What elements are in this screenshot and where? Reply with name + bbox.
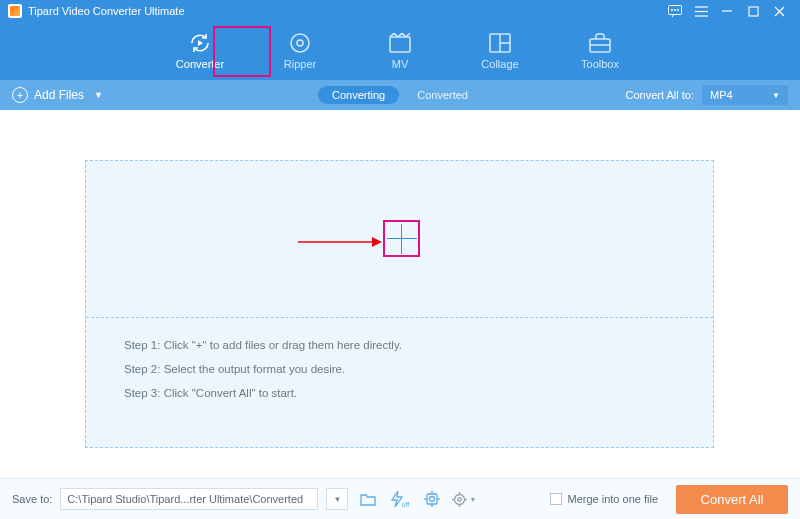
svg-point-13: [297, 40, 303, 46]
divider: [86, 317, 713, 318]
svg-point-29: [455, 494, 465, 504]
tab-ripper[interactable]: Ripper: [269, 26, 331, 70]
drop-zone[interactable]: Step 1: Click "+" to add files or drag t…: [85, 160, 714, 448]
svg-rect-14: [390, 37, 410, 52]
svg-marker-21: [372, 237, 382, 247]
svg-point-2: [674, 9, 675, 10]
plus-icon: [387, 224, 417, 254]
save-to-label: Save to:: [12, 493, 52, 505]
path-dropdown-button[interactable]: ▼: [326, 488, 348, 510]
format-value: MP4: [710, 89, 733, 101]
tab-label: Toolbox: [581, 58, 619, 70]
save-path-input[interactable]: C:\Tipard Studio\Tipard...rter Ultimate\…: [60, 488, 318, 510]
app-logo-icon: [8, 4, 22, 18]
step-1-text: Step 1: Click "+" to add files or drag t…: [124, 333, 402, 357]
add-files-label: Add Files: [34, 88, 84, 102]
menu-icon[interactable]: [688, 0, 714, 22]
instructions: Step 1: Click "+" to add files or drag t…: [124, 333, 402, 405]
tab-converting[interactable]: Converting: [318, 86, 399, 104]
merge-checkbox[interactable]: Merge into one file: [550, 493, 659, 505]
title-bar: Tipard Video Converter Ultimate: [0, 0, 800, 22]
bottom-bar: Save to: C:\Tipard Studio\Tipard...rter …: [0, 478, 800, 519]
svg-marker-11: [198, 40, 203, 46]
chevron-down-icon: ▼: [772, 91, 780, 100]
svg-rect-8: [749, 7, 758, 16]
svg-point-12: [291, 34, 309, 52]
tab-collage[interactable]: Collage: [469, 26, 531, 70]
main-tabs: Converter Ripper MV Collage Toolbox: [0, 22, 800, 80]
checkbox-icon: [550, 493, 562, 505]
output-format-select[interactable]: MP4 ▼: [702, 85, 788, 105]
close-button[interactable]: [766, 0, 792, 22]
maximize-button[interactable]: [740, 0, 766, 22]
secondary-toolbar: + Add Files ▼ Converting Converted Conve…: [0, 80, 800, 110]
chevron-down-icon: ▼: [469, 496, 476, 503]
settings-button[interactable]: ▼: [452, 488, 476, 510]
hardware-accel-button[interactable]: off: [388, 488, 412, 510]
tab-label: MV: [392, 58, 409, 70]
annotation-arrow-icon: [298, 236, 382, 248]
svg-marker-22: [392, 491, 402, 507]
svg-point-30: [458, 497, 462, 501]
svg-point-3: [677, 9, 678, 10]
tab-mv[interactable]: MV: [369, 26, 431, 70]
svg-point-1: [671, 9, 672, 10]
chevron-down-icon: ▼: [94, 90, 103, 100]
tab-converted[interactable]: Converted: [403, 86, 482, 104]
feedback-icon[interactable]: [662, 0, 688, 22]
tab-label: Ripper: [284, 58, 316, 70]
plus-circle-icon: +: [12, 87, 28, 103]
workspace: Step 1: Click "+" to add files or drag t…: [0, 110, 800, 478]
annotation-highlight: [213, 26, 271, 77]
add-files-button[interactable]: + Add Files ▼: [12, 87, 103, 103]
chevron-down-icon: ▼: [333, 495, 341, 504]
svg-rect-23: [427, 494, 437, 504]
convert-all-button[interactable]: Convert All: [676, 485, 788, 514]
gpu-button[interactable]: [420, 488, 444, 510]
add-files-plus-button[interactable]: [383, 220, 420, 257]
app-title: Tipard Video Converter Ultimate: [28, 5, 185, 17]
step-3-text: Step 3: Click "Convert All" to start.: [124, 381, 402, 405]
svg-point-24: [430, 497, 435, 502]
merge-label: Merge into one file: [568, 493, 659, 505]
tab-toolbox[interactable]: Toolbox: [569, 26, 631, 70]
tab-label: Collage: [481, 58, 518, 70]
step-2-text: Step 2: Select the output format you des…: [124, 357, 402, 381]
minimize-button[interactable]: [714, 0, 740, 22]
open-folder-button[interactable]: [356, 488, 380, 510]
convert-all-to-label: Convert All to:: [626, 89, 694, 101]
